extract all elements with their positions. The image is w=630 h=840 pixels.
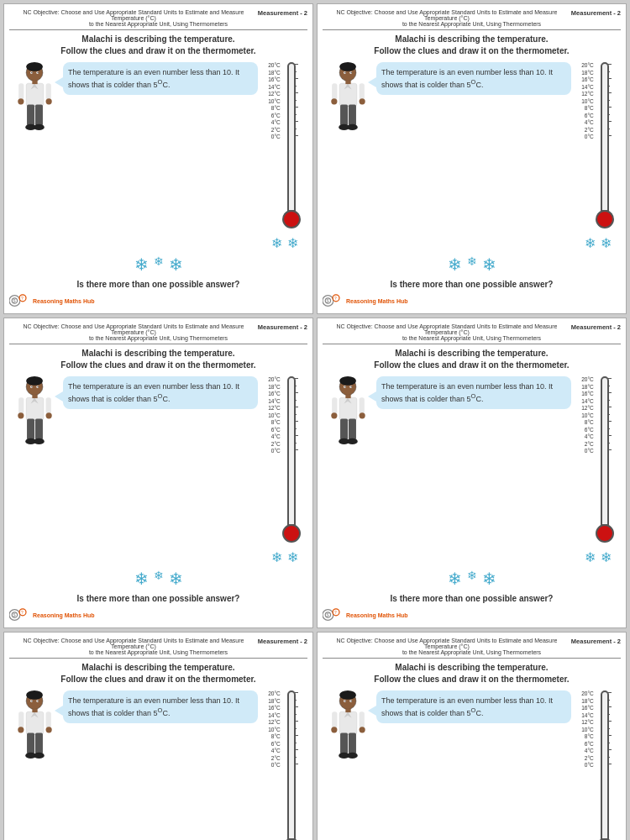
- svg-rect-31: [340, 104, 348, 125]
- card-2: Measurement - 2 NC Objective: Choose and…: [317, 3, 627, 314]
- objective-line2: to the Nearest Appropriate Unit, Using T…: [89, 21, 228, 27]
- svg-rect-74: [345, 395, 350, 399]
- svg-rect-119: [340, 732, 348, 753]
- svg-rect-36: [359, 83, 364, 100]
- svg-point-56: [34, 438, 45, 444]
- svg-text:?: ?: [21, 297, 24, 301]
- thermometer-wrapper: 20°C 18°C 16°C 14°C 12°C 10°C 8°C 6°C 4°…: [268, 62, 301, 228]
- thermo-scale: 20°C 18°C 16°C 14°C 12°C 10°C 8°C 6°C 4°…: [268, 62, 281, 141]
- svg-point-111: [339, 690, 356, 700]
- svg-point-103: [18, 727, 24, 732]
- svg-rect-80: [359, 397, 364, 414]
- logo-text: Reasoning Maths Hub: [33, 298, 95, 304]
- svg-point-71: [350, 386, 351, 387]
- svg-rect-75: [340, 418, 348, 439]
- svg-point-26: [344, 72, 345, 73]
- svg-rect-101: [18, 711, 24, 728]
- svg-point-23: [339, 62, 356, 71]
- svg-rect-58: [45, 397, 50, 414]
- svg-text:?: ?: [334, 611, 337, 615]
- svg-rect-13: [18, 83, 24, 100]
- svg-rect-123: [332, 711, 337, 728]
- objective-line1: NC Objective: Choose and Use Appropriate…: [23, 9, 244, 21]
- svg-rect-97: [27, 732, 34, 753]
- speech-text: The temperature is an even number less t…: [68, 68, 239, 89]
- svg-rect-10: [34, 104, 42, 125]
- character-svg: [12, 62, 58, 138]
- svg-rect-14: [45, 83, 50, 100]
- svg-rect-53: [27, 418, 34, 439]
- card-footer: Is there more than one possible answer?: [9, 280, 307, 289]
- svg-rect-35: [332, 83, 337, 100]
- card-3: Measurement - 2 NC Objective: Choose and…: [3, 318, 313, 628]
- svg-point-115: [350, 701, 351, 701]
- snowflake-small-icon: ❄: [154, 255, 164, 275]
- svg-rect-96: [32, 709, 37, 713]
- snowflakes: ❄ ❄: [271, 235, 298, 251]
- svg-point-45: [26, 376, 43, 386]
- card-title: Malachi is describing the temperature. F…: [9, 34, 307, 57]
- svg-point-93: [37, 701, 38, 701]
- cards-grid: Measurement - 2 NC Objective: Choose and…: [0, 0, 630, 840]
- svg-point-4: [31, 72, 32, 73]
- snowflake-large-icon: ❄: [134, 255, 149, 275]
- svg-point-78: [347, 438, 358, 444]
- svg-point-34: [347, 124, 358, 130]
- svg-point-82: [359, 412, 365, 418]
- svg-rect-32: [348, 104, 355, 125]
- svg-point-38: [359, 98, 365, 104]
- svg-point-1: [26, 62, 43, 71]
- svg-point-89: [26, 690, 43, 700]
- svg-rect-52: [32, 395, 37, 399]
- svg-point-12: [34, 124, 45, 130]
- svg-point-81: [331, 412, 337, 418]
- svg-point-16: [45, 98, 51, 104]
- svg-rect-57: [18, 397, 24, 414]
- svg-rect-124: [359, 711, 364, 728]
- svg-point-70: [344, 386, 345, 387]
- thermometer-area: 20°C 18°C 16°C 14°C 12°C 10°C 8°C 6°C 4°…: [261, 62, 307, 251]
- svg-point-5: [37, 72, 38, 73]
- svg-rect-98: [34, 732, 42, 753]
- card-header-1: Measurement - 2 NC Objective: Choose and…: [9, 9, 307, 30]
- svg-point-100: [34, 753, 45, 759]
- svg-rect-79: [332, 397, 337, 414]
- bottom-snowflakes: ❄ ❄ ❄: [9, 255, 307, 275]
- card-1: Measurement - 2 NC Objective: Choose and…: [3, 3, 313, 314]
- svg-point-59: [18, 412, 24, 418]
- snowflake-large-icon: ❄: [169, 255, 183, 275]
- svg-rect-54: [34, 418, 42, 439]
- card-logo: $ ? Reasoning Maths Hub: [9, 293, 307, 308]
- logo-svg: $ ?: [9, 293, 29, 308]
- card-body: The temperature is an even number less t…: [9, 62, 307, 251]
- svg-point-48: [31, 386, 32, 387]
- thermo-tube-container: [282, 62, 301, 228]
- svg-rect-102: [45, 711, 50, 728]
- snowflake-icon: ❄: [271, 235, 282, 251]
- svg-rect-9: [27, 104, 34, 125]
- card-4: Measurement - 2 NC Objective: Choose and…: [317, 318, 627, 628]
- svg-point-92: [31, 701, 32, 701]
- svg-rect-76: [348, 418, 355, 439]
- svg-rect-120: [348, 732, 355, 753]
- svg-point-49: [37, 386, 38, 387]
- card-5: Measurement - 2 NC Objective: Choose and…: [3, 632, 313, 840]
- svg-rect-118: [345, 709, 350, 713]
- svg-point-60: [45, 412, 51, 418]
- card-header-2: Measurement - 2 NC Objective: Choose and…: [323, 9, 621, 30]
- svg-point-125: [331, 727, 337, 732]
- svg-point-104: [45, 727, 51, 732]
- svg-point-126: [359, 727, 365, 732]
- svg-rect-30: [345, 81, 350, 85]
- svg-rect-8: [32, 81, 37, 85]
- svg-text:?: ?: [21, 611, 24, 615]
- snowflake-icon: ❄: [287, 235, 298, 251]
- card-6: Measurement - 2 NC Objective: Choose and…: [317, 632, 627, 840]
- speech-bubble: The temperature is an even number less t…: [63, 62, 258, 95]
- svg-point-15: [18, 98, 24, 104]
- svg-point-114: [344, 701, 345, 701]
- svg-point-27: [350, 72, 351, 73]
- svg-point-67: [339, 376, 356, 386]
- thermo-tube: [287, 62, 296, 212]
- character: [9, 62, 60, 138]
